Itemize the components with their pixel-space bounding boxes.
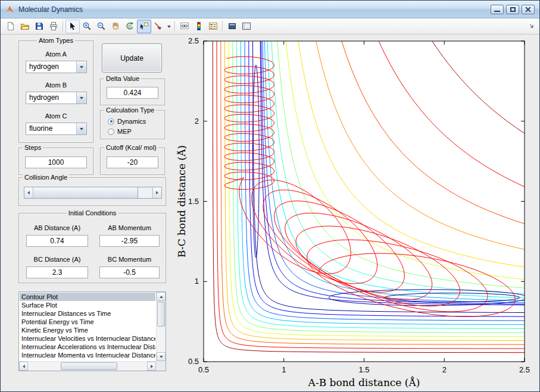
- list-item[interactable]: Internuclear Accelerations vs Internucle…: [20, 343, 155, 351]
- arrow-left-icon: [26, 191, 30, 195]
- panel-title: Delta Value: [104, 75, 141, 82]
- scroll-up-button[interactable]: [157, 292, 166, 301]
- horizontal-scroll-thumb[interactable]: [61, 362, 117, 370]
- insert-legend-button[interactable]: [206, 20, 220, 33]
- dropdown-arrow-icon[interactable]: [76, 123, 86, 134]
- show-plot-tools-button[interactable]: [239, 20, 254, 33]
- atom-a-dropdown[interactable]: hydrogen: [26, 61, 87, 73]
- x-tick-label: 2: [442, 365, 447, 374]
- y-tick-label: 1.5: [188, 197, 199, 206]
- list-item[interactable]: Internuclear Distances vs Time: [20, 309, 155, 318]
- minimize-icon: [494, 11, 500, 12]
- list-item[interactable]: Contour Plot: [20, 293, 155, 301]
- edit-plot-button[interactable]: [65, 20, 80, 33]
- steps-field[interactable]: [25, 156, 87, 168]
- list-item[interactable]: Potential Energy vs Time: [20, 318, 155, 326]
- new-figure-button[interactable]: [4, 20, 18, 33]
- bc-distance-field[interactable]: [26, 266, 88, 278]
- x-tick-label: 2.5: [519, 365, 530, 374]
- y-tick-label: 2: [195, 117, 199, 126]
- arrow-right-icon: [151, 365, 155, 368]
- zoom-out-button[interactable]: [94, 20, 108, 33]
- dropdown-arrow-icon[interactable]: [76, 92, 86, 104]
- bc-momentum-label: BC Momentum: [99, 256, 160, 263]
- colorbar-icon: [194, 21, 204, 31]
- x-tick-label: 0.5: [198, 365, 209, 374]
- slider-left-arrow[interactable]: [24, 187, 33, 198]
- radio-mep[interactable]: MEP: [108, 127, 132, 136]
- rotate-3d-button[interactable]: [123, 20, 137, 33]
- close-icon: [522, 5, 534, 14]
- open-file-button[interactable]: [18, 20, 32, 33]
- atom-b-dropdown[interactable]: hydrogen: [26, 92, 87, 104]
- zoom-in-icon: [82, 21, 92, 31]
- scroll-down-button[interactable]: [157, 352, 166, 361]
- legend-icon: [208, 21, 218, 31]
- list-item[interactable]: Kinetic Energy vs Time: [20, 326, 155, 334]
- radio-unchecked-icon: [108, 128, 114, 135]
- plot-area[interactable]: 0.511.522.50.511.522.5A-B bond distance …: [177, 35, 540, 392]
- panel-title: Atom Types: [37, 37, 75, 44]
- slider-right-arrow[interactable]: [152, 187, 161, 198]
- list-item[interactable]: Internuclear Momenta vs Internuclear Dis…: [20, 351, 155, 359]
- panel-title: Collision Angle: [23, 174, 69, 181]
- toolbar-overflow-icon[interactable]: [529, 23, 535, 29]
- title-bar[interactable]: Molecular Dynamics: [1, 1, 539, 18]
- show-plot-tools-icon: [242, 21, 251, 31]
- list-item[interactable]: Surface Plot: [20, 301, 155, 309]
- cutoff-field[interactable]: [107, 156, 158, 168]
- arrow-down-icon: [160, 356, 163, 360]
- brush-button[interactable]: [151, 20, 166, 33]
- toolbar-separator: [222, 21, 223, 32]
- restore-button[interactable]: [506, 5, 519, 14]
- atom-c-label: Atom C: [19, 112, 93, 120]
- collision-angle-slider[interactable]: [24, 187, 162, 199]
- atom-c-dropdown[interactable]: fluorine: [26, 123, 87, 135]
- ab-distance-label: AB Distance (A): [26, 224, 88, 231]
- scrollbar-corner: [156, 361, 166, 371]
- slider-thumb[interactable]: [33, 187, 138, 198]
- save-figure-button[interactable]: [32, 20, 46, 33]
- scroll-right-button[interactable]: [147, 362, 156, 371]
- x-tick-label: 1.5: [358, 365, 369, 374]
- update-button[interactable]: Update: [102, 43, 162, 73]
- close-button[interactable]: [522, 5, 535, 14]
- brush-icon: [154, 21, 163, 31]
- dropdown-arrow-icon[interactable]: [76, 61, 86, 73]
- hand-icon: [111, 21, 120, 31]
- ab-momentum-field[interactable]: [99, 235, 160, 247]
- horizontal-scrollbar[interactable]: [19, 361, 156, 371]
- list-item[interactable]: Internuclear Velocities vs Internuclear …: [20, 334, 155, 343]
- print-figure-button[interactable]: [46, 20, 61, 33]
- vertical-scroll-thumb[interactable]: [157, 302, 165, 327]
- printer-icon: [49, 21, 58, 31]
- radio-checked-icon: [108, 118, 114, 125]
- cutoff-panel: Cutoff (Kcal/ mol): [100, 148, 165, 175]
- data-cursor-button[interactable]: [137, 20, 151, 33]
- delta-value-field[interactable]: [107, 87, 158, 99]
- radio-dynamics[interactable]: Dynamics: [108, 117, 146, 126]
- panel-title: Initial Conditions: [67, 209, 118, 217]
- save-icon: [35, 21, 44, 31]
- minimize-button[interactable]: [491, 5, 504, 14]
- zoom-in-button[interactable]: [80, 20, 94, 33]
- x-axis-label: A-B bond distance (Å): [308, 377, 420, 388]
- link-plot-button[interactable]: [177, 20, 192, 33]
- panel-title: Calculation Type: [104, 106, 156, 114]
- brush-menu-button[interactable]: [166, 20, 173, 33]
- hide-plot-tools-button[interactable]: [225, 20, 239, 33]
- link-icon: [180, 21, 189, 31]
- arrow-left-icon: [21, 365, 25, 368]
- bc-momentum-field[interactable]: [99, 266, 160, 278]
- ab-momentum-label: AB Momentum: [99, 224, 160, 231]
- panel-title: Steps: [23, 144, 43, 151]
- rotate-icon: [125, 21, 135, 31]
- vertical-scrollbar[interactable]: [156, 292, 166, 361]
- pan-button[interactable]: [108, 20, 123, 33]
- insert-colorbar-button[interactable]: [192, 20, 206, 33]
- data-cursor-icon: [139, 21, 149, 31]
- scroll-left-button[interactable]: [19, 362, 28, 371]
- ab-distance-field[interactable]: [26, 235, 88, 247]
- window-controls: [491, 5, 535, 14]
- bc-distance-label: BC Distance (A): [26, 256, 88, 263]
